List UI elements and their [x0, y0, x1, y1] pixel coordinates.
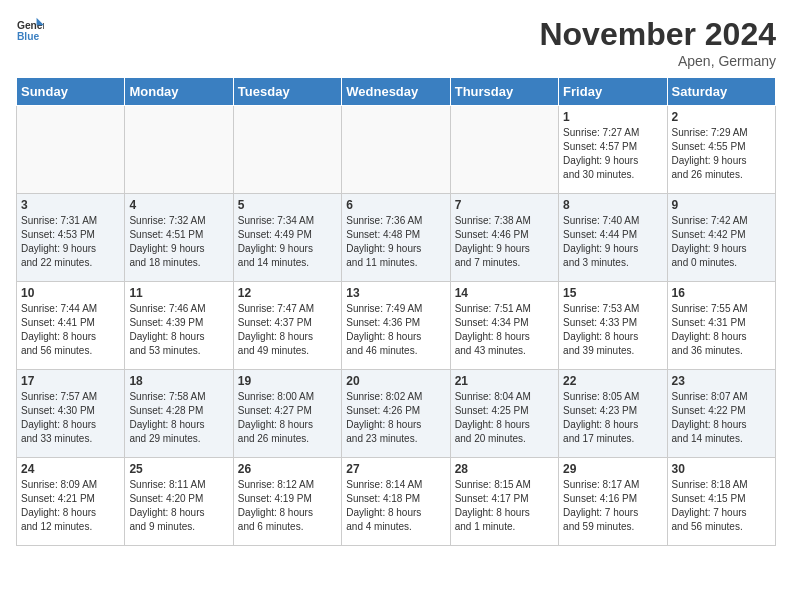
day-info: Sunrise: 7:32 AM Sunset: 4:51 PM Dayligh… [129, 214, 228, 270]
calendar-cell: 8Sunrise: 7:40 AM Sunset: 4:44 PM Daylig… [559, 194, 667, 282]
day-number: 4 [129, 198, 228, 212]
day-info: Sunrise: 8:02 AM Sunset: 4:26 PM Dayligh… [346, 390, 445, 446]
calendar-cell: 16Sunrise: 7:55 AM Sunset: 4:31 PM Dayli… [667, 282, 775, 370]
col-header-saturday: Saturday [667, 78, 775, 106]
calendar-cell: 10Sunrise: 7:44 AM Sunset: 4:41 PM Dayli… [17, 282, 125, 370]
calendar-header-row: SundayMondayTuesdayWednesdayThursdayFrid… [17, 78, 776, 106]
week-row-4: 17Sunrise: 7:57 AM Sunset: 4:30 PM Dayli… [17, 370, 776, 458]
day-info: Sunrise: 8:17 AM Sunset: 4:16 PM Dayligh… [563, 478, 662, 534]
day-number: 18 [129, 374, 228, 388]
day-number: 7 [455, 198, 554, 212]
day-info: Sunrise: 7:53 AM Sunset: 4:33 PM Dayligh… [563, 302, 662, 358]
day-info: Sunrise: 7:55 AM Sunset: 4:31 PM Dayligh… [672, 302, 771, 358]
day-info: Sunrise: 7:34 AM Sunset: 4:49 PM Dayligh… [238, 214, 337, 270]
day-number: 22 [563, 374, 662, 388]
day-info: Sunrise: 7:42 AM Sunset: 4:42 PM Dayligh… [672, 214, 771, 270]
day-info: Sunrise: 8:11 AM Sunset: 4:20 PM Dayligh… [129, 478, 228, 534]
day-info: Sunrise: 7:29 AM Sunset: 4:55 PM Dayligh… [672, 126, 771, 182]
calendar-cell: 3Sunrise: 7:31 AM Sunset: 4:53 PM Daylig… [17, 194, 125, 282]
day-info: Sunrise: 8:14 AM Sunset: 4:18 PM Dayligh… [346, 478, 445, 534]
logo-icon: General Blue [16, 16, 44, 44]
day-info: Sunrise: 8:07 AM Sunset: 4:22 PM Dayligh… [672, 390, 771, 446]
calendar-cell: 26Sunrise: 8:12 AM Sunset: 4:19 PM Dayli… [233, 458, 341, 546]
day-number: 14 [455, 286, 554, 300]
calendar-cell [233, 106, 341, 194]
calendar-cell: 21Sunrise: 8:04 AM Sunset: 4:25 PM Dayli… [450, 370, 558, 458]
day-number: 26 [238, 462, 337, 476]
day-number: 1 [563, 110, 662, 124]
calendar-cell: 17Sunrise: 7:57 AM Sunset: 4:30 PM Dayli… [17, 370, 125, 458]
col-header-friday: Friday [559, 78, 667, 106]
calendar-cell: 13Sunrise: 7:49 AM Sunset: 4:36 PM Dayli… [342, 282, 450, 370]
calendar-cell: 7Sunrise: 7:38 AM Sunset: 4:46 PM Daylig… [450, 194, 558, 282]
calendar-cell: 1Sunrise: 7:27 AM Sunset: 4:57 PM Daylig… [559, 106, 667, 194]
day-number: 28 [455, 462, 554, 476]
day-number: 10 [21, 286, 120, 300]
week-row-5: 24Sunrise: 8:09 AM Sunset: 4:21 PM Dayli… [17, 458, 776, 546]
calendar-cell: 14Sunrise: 7:51 AM Sunset: 4:34 PM Dayli… [450, 282, 558, 370]
day-number: 5 [238, 198, 337, 212]
page-header: General Blue November 2024 Apen, Germany [16, 16, 776, 69]
col-header-sunday: Sunday [17, 78, 125, 106]
day-info: Sunrise: 7:31 AM Sunset: 4:53 PM Dayligh… [21, 214, 120, 270]
day-number: 17 [21, 374, 120, 388]
day-number: 16 [672, 286, 771, 300]
week-row-1: 1Sunrise: 7:27 AM Sunset: 4:57 PM Daylig… [17, 106, 776, 194]
calendar-table: SundayMondayTuesdayWednesdayThursdayFrid… [16, 77, 776, 546]
day-number: 30 [672, 462, 771, 476]
day-info: Sunrise: 7:57 AM Sunset: 4:30 PM Dayligh… [21, 390, 120, 446]
calendar-cell [125, 106, 233, 194]
day-number: 19 [238, 374, 337, 388]
day-number: 2 [672, 110, 771, 124]
col-header-monday: Monday [125, 78, 233, 106]
calendar-cell: 9Sunrise: 7:42 AM Sunset: 4:42 PM Daylig… [667, 194, 775, 282]
day-info: Sunrise: 7:36 AM Sunset: 4:48 PM Dayligh… [346, 214, 445, 270]
col-header-thursday: Thursday [450, 78, 558, 106]
svg-text:Blue: Blue [17, 31, 40, 42]
day-info: Sunrise: 7:40 AM Sunset: 4:44 PM Dayligh… [563, 214, 662, 270]
week-row-3: 10Sunrise: 7:44 AM Sunset: 4:41 PM Dayli… [17, 282, 776, 370]
calendar-cell: 24Sunrise: 8:09 AM Sunset: 4:21 PM Dayli… [17, 458, 125, 546]
day-number: 29 [563, 462, 662, 476]
day-info: Sunrise: 8:04 AM Sunset: 4:25 PM Dayligh… [455, 390, 554, 446]
calendar-cell: 27Sunrise: 8:14 AM Sunset: 4:18 PM Dayli… [342, 458, 450, 546]
day-number: 6 [346, 198, 445, 212]
calendar-cell: 29Sunrise: 8:17 AM Sunset: 4:16 PM Dayli… [559, 458, 667, 546]
day-number: 15 [563, 286, 662, 300]
day-info: Sunrise: 7:44 AM Sunset: 4:41 PM Dayligh… [21, 302, 120, 358]
calendar-cell: 23Sunrise: 8:07 AM Sunset: 4:22 PM Dayli… [667, 370, 775, 458]
calendar-cell [450, 106, 558, 194]
calendar-cell: 15Sunrise: 7:53 AM Sunset: 4:33 PM Dayli… [559, 282, 667, 370]
calendar-cell: 5Sunrise: 7:34 AM Sunset: 4:49 PM Daylig… [233, 194, 341, 282]
day-number: 11 [129, 286, 228, 300]
day-info: Sunrise: 8:12 AM Sunset: 4:19 PM Dayligh… [238, 478, 337, 534]
day-number: 23 [672, 374, 771, 388]
calendar-cell: 12Sunrise: 7:47 AM Sunset: 4:37 PM Dayli… [233, 282, 341, 370]
title-area: November 2024 Apen, Germany [539, 16, 776, 69]
day-info: Sunrise: 7:58 AM Sunset: 4:28 PM Dayligh… [129, 390, 228, 446]
calendar-cell: 28Sunrise: 8:15 AM Sunset: 4:17 PM Dayli… [450, 458, 558, 546]
location: Apen, Germany [539, 53, 776, 69]
day-number: 9 [672, 198, 771, 212]
day-number: 27 [346, 462, 445, 476]
calendar-cell [342, 106, 450, 194]
calendar-cell: 20Sunrise: 8:02 AM Sunset: 4:26 PM Dayli… [342, 370, 450, 458]
calendar-cell: 30Sunrise: 8:18 AM Sunset: 4:15 PM Dayli… [667, 458, 775, 546]
day-number: 8 [563, 198, 662, 212]
day-info: Sunrise: 8:05 AM Sunset: 4:23 PM Dayligh… [563, 390, 662, 446]
col-header-tuesday: Tuesday [233, 78, 341, 106]
calendar-cell: 2Sunrise: 7:29 AM Sunset: 4:55 PM Daylig… [667, 106, 775, 194]
day-info: Sunrise: 7:46 AM Sunset: 4:39 PM Dayligh… [129, 302, 228, 358]
day-info: Sunrise: 7:27 AM Sunset: 4:57 PM Dayligh… [563, 126, 662, 182]
week-row-2: 3Sunrise: 7:31 AM Sunset: 4:53 PM Daylig… [17, 194, 776, 282]
day-info: Sunrise: 8:09 AM Sunset: 4:21 PM Dayligh… [21, 478, 120, 534]
calendar-cell: 11Sunrise: 7:46 AM Sunset: 4:39 PM Dayli… [125, 282, 233, 370]
day-number: 25 [129, 462, 228, 476]
calendar-cell: 19Sunrise: 8:00 AM Sunset: 4:27 PM Dayli… [233, 370, 341, 458]
day-info: Sunrise: 7:51 AM Sunset: 4:34 PM Dayligh… [455, 302, 554, 358]
day-info: Sunrise: 8:15 AM Sunset: 4:17 PM Dayligh… [455, 478, 554, 534]
calendar-cell: 25Sunrise: 8:11 AM Sunset: 4:20 PM Dayli… [125, 458, 233, 546]
day-info: Sunrise: 8:18 AM Sunset: 4:15 PM Dayligh… [672, 478, 771, 534]
day-number: 21 [455, 374, 554, 388]
month-title: November 2024 [539, 16, 776, 53]
